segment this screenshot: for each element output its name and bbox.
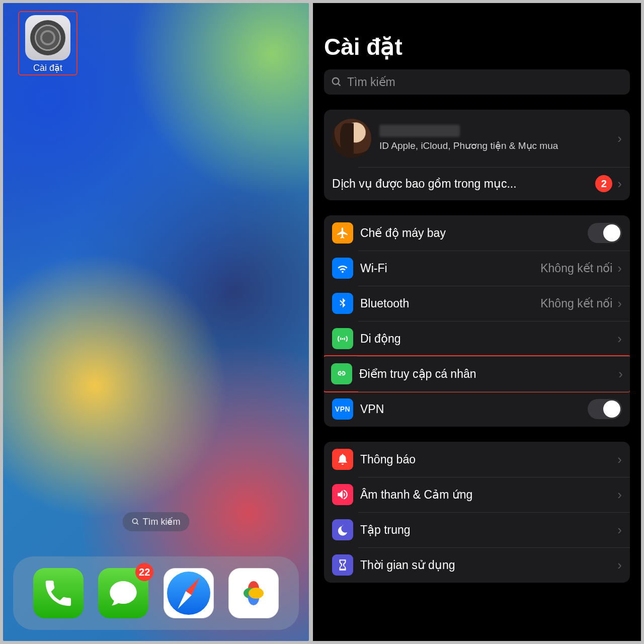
included-services-row[interactable]: Dịch vụ được bao gồm trong mục... 2 › — [324, 167, 630, 200]
focus-label: Tập trung — [360, 523, 612, 537]
hotspot-icon — [331, 363, 352, 384]
sound-label: Âm thanh & Cảm ứng — [360, 488, 612, 502]
profile-name-redacted — [379, 125, 460, 137]
settings-app-icon[interactable] — [25, 15, 70, 60]
chevron-right-icon: › — [617, 176, 622, 192]
cellular-label: Di động — [360, 332, 612, 346]
chevron-right-icon: › — [617, 131, 622, 146]
moon-icon — [332, 519, 353, 540]
vpn-toggle[interactable] — [588, 399, 622, 419]
hourglass-icon — [332, 554, 353, 576]
vpn-label: VPN — [360, 403, 588, 416]
apple-id-row[interactable]: ID Apple, iCloud, Phương tiện & Mục mua … — [324, 110, 630, 167]
screen-time-label: Thời gian sử dụng — [360, 558, 612, 572]
focus-row[interactable]: Tập trung › — [324, 512, 630, 547]
svg-line-3 — [338, 84, 340, 86]
photos-icon — [237, 577, 270, 609]
notifications-label: Thông báo — [360, 453, 612, 466]
sound-row[interactable]: Âm thanh & Cảm ứng › — [324, 477, 630, 512]
airplane-mode-row[interactable]: Chế độ máy bay — [324, 215, 630, 251]
messages-badge: 22 — [135, 563, 153, 581]
bluetooth-icon — [332, 293, 353, 314]
page-title: Cài đặt — [324, 3, 630, 69]
photos-app-icon[interactable] — [228, 568, 279, 618]
bluetooth-value: Không kết nối — [540, 297, 612, 310]
compass-icon — [167, 572, 210, 615]
dock: 22 — [13, 556, 299, 630]
airplane-mode-label: Chế độ máy bay — [360, 226, 588, 240]
chevron-right-icon: › — [617, 557, 622, 573]
messages-icon — [107, 577, 139, 609]
speaker-icon — [332, 484, 353, 505]
notifications-row[interactable]: Thông báo › — [324, 442, 630, 477]
cellular-icon — [332, 328, 353, 349]
spotlight-search-pill[interactable]: Tìm kiếm — [123, 512, 190, 531]
notifications-group: Thông báo › Âm thanh & Cảm ứng › Tập tru… — [324, 442, 630, 583]
messages-app-icon[interactable]: 22 — [98, 568, 148, 618]
cellular-row[interactable]: Di động › — [324, 321, 630, 356]
wifi-value: Không kết nối — [540, 262, 612, 275]
included-services-label: Dịch vụ được bao gồm trong mục... — [332, 177, 589, 191]
chevron-right-icon: › — [617, 452, 622, 467]
safari-app-icon[interactable] — [164, 568, 214, 618]
search-input[interactable]: Tìm kiếm — [324, 69, 630, 95]
bluetooth-label: Bluetooth — [360, 297, 540, 310]
chevron-right-icon: › — [618, 366, 623, 382]
search-icon — [331, 76, 342, 88]
svg-point-2 — [333, 78, 339, 85]
spotlight-search-label: Tìm kiếm — [143, 516, 181, 527]
chevron-right-icon: › — [617, 296, 622, 311]
home-screen: Cài đặt Tìm kiếm 22 — [3, 3, 309, 641]
svg-point-0 — [133, 519, 137, 523]
chevron-right-icon: › — [617, 261, 622, 276]
airplane-mode-toggle[interactable] — [588, 223, 622, 243]
profile-group: ID Apple, iCloud, Phương tiện & Mục mua … — [324, 110, 630, 200]
bell-icon — [332, 449, 353, 470]
search-icon — [132, 518, 140, 526]
personal-hotspot-label: Điểm truy cập cá nhân — [359, 367, 613, 381]
phone-app-icon[interactable] — [33, 568, 84, 618]
included-services-count: 2 — [595, 175, 612, 192]
wifi-row[interactable]: Wi-Fi Không kết nối › — [324, 251, 630, 286]
vpn-row[interactable]: VPN VPN — [324, 391, 630, 427]
svg-line-1 — [137, 523, 138, 524]
gear-icon — [30, 20, 65, 55]
chevron-right-icon: › — [617, 487, 622, 503]
chevron-right-icon: › — [617, 522, 622, 538]
screen-time-row[interactable]: Thời gian sử dụng › — [324, 547, 630, 583]
bluetooth-row[interactable]: Bluetooth Không kết nối › — [324, 286, 630, 321]
connectivity-group: Chế độ máy bay Wi-Fi Không kết nối › Blu… — [324, 215, 630, 427]
wifi-icon — [332, 258, 353, 279]
profile-subtitle: ID Apple, iCloud, Phương tiện & Mục mua — [379, 140, 612, 152]
settings-screen: Cài đặt Tìm kiếm ID Apple, iCloud, Phươn… — [313, 3, 641, 641]
vpn-icon: VPN — [332, 398, 353, 420]
personal-hotspot-row[interactable]: Điểm truy cập cá nhân › — [324, 356, 630, 391]
wifi-label: Wi-Fi — [360, 262, 540, 275]
avatar — [332, 119, 371, 158]
settings-app-label: Cài đặt — [20, 62, 75, 73]
airplane-icon — [332, 222, 353, 244]
phone-icon — [42, 577, 74, 609]
chevron-right-icon: › — [617, 331, 622, 347]
settings-app-highlighted[interactable]: Cài đặt — [18, 11, 77, 75]
search-placeholder: Tìm kiếm — [347, 75, 395, 89]
